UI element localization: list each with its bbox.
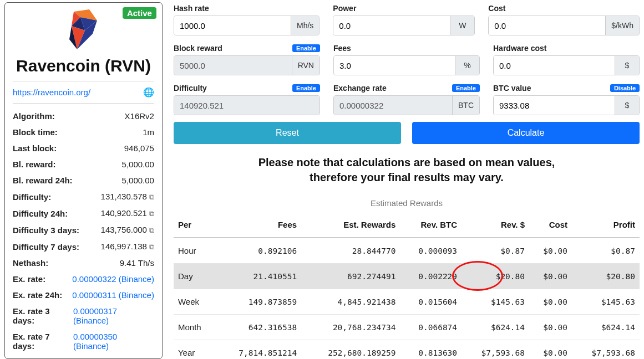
- field-hash-rate: Hash rateMh/s: [174, 2, 320, 40]
- cell: $0.00: [529, 264, 572, 289]
- unit-label: $: [615, 56, 639, 75]
- cell: $145.63: [462, 289, 529, 315]
- toggle-block-reward[interactable]: Enable: [292, 44, 320, 52]
- globe-icon[interactable]: 🌐: [143, 87, 154, 98]
- field-cost: Cost$/kWh: [488, 2, 640, 40]
- field-block-reward: Block rewardEnableRVN: [174, 42, 320, 80]
- hash-rate-input[interactable]: [174, 16, 291, 35]
- stat-value: 143,756.000⧉: [101, 225, 154, 235]
- stat-line: Ex. rate:0.00000322 (Binance): [13, 271, 154, 287]
- col-header: Rev. $: [462, 212, 529, 238]
- stat-value: 131,430.578⧉: [101, 192, 154, 202]
- cell: $0.00: [529, 289, 572, 315]
- power-input[interactable]: [333, 16, 450, 35]
- stat-value[interactable]: 0.00000322 (Binance): [72, 274, 154, 284]
- calculate-button[interactable]: Calculate: [412, 122, 640, 144]
- table-row: Month642.31653820,768.2347340.066874$624…: [174, 315, 640, 340]
- cell: 692.274491: [301, 264, 400, 289]
- col-header: Cost: [529, 212, 572, 238]
- cost-input[interactable]: [489, 16, 605, 35]
- cell: Year: [174, 340, 215, 360]
- stat-value: 946,075: [124, 143, 154, 153]
- cell: $624.14: [572, 315, 640, 340]
- unit-label: Mh/s: [291, 16, 319, 35]
- cell: 0.002229: [400, 264, 462, 289]
- stat-label: Difficulty 7 days:: [13, 242, 79, 252]
- coin-website-link[interactable]: https://ravencoin.org/: [13, 88, 90, 97]
- field-label: Cost: [488, 4, 505, 13]
- cell: $0.00: [529, 340, 572, 360]
- field-power: PowerW: [333, 2, 475, 40]
- cell: 642.316538: [215, 315, 301, 340]
- stat-line: Difficulty 7 days:146,997.138⧉: [13, 238, 154, 255]
- stat-label: Ex. rate 3 days:: [13, 306, 73, 325]
- field-label: Power: [333, 4, 356, 13]
- toggle-difficulty[interactable]: Enable: [292, 84, 320, 92]
- stat-value[interactable]: 0.00000317 (Binance): [73, 306, 154, 325]
- cell: $0.87: [462, 238, 529, 264]
- cell: Hour: [174, 238, 215, 264]
- block-reward-input: [174, 56, 292, 75]
- cell: 0.015604: [400, 289, 462, 315]
- calc-note: Please note that calculations are based …: [174, 155, 640, 185]
- stat-value[interactable]: 0.00000311 (Binance): [72, 290, 154, 300]
- stat-label: Block time:: [13, 127, 58, 137]
- cell: $20.80: [462, 264, 529, 289]
- stat-value: 146,997.138⧉: [101, 242, 154, 252]
- toggle-btc-value[interactable]: Disable: [610, 84, 640, 92]
- stat-label: Difficulty 24h:: [13, 209, 68, 218]
- cell: 252,680.189259: [301, 340, 400, 360]
- rewards-table: PerFeesEst. RewardsRev. BTCRev. $CostPro…: [174, 212, 640, 359]
- stat-label: Bl. reward 24h:: [13, 176, 73, 185]
- stat-label: Last block:: [13, 143, 57, 153]
- table-row: Day21.410551692.2744910.002229$20.80$0.0…: [174, 264, 640, 289]
- stat-line: Bl. reward:5,000.00: [13, 156, 154, 172]
- stat-value: X16Rv2: [125, 111, 154, 121]
- stat-value[interactable]: 0.00000350 (Binance): [73, 332, 154, 351]
- field-fees: Fees%: [333, 42, 480, 80]
- stat-line: Block time:1m: [13, 124, 154, 140]
- cell: $0.87: [572, 238, 640, 264]
- exchange-input: [334, 96, 452, 115]
- copy-icon[interactable]: ⧉: [149, 193, 154, 201]
- field-label: Hash rate: [174, 4, 209, 13]
- toggle-exchange[interactable]: Enable: [452, 84, 480, 92]
- stat-line: Last block:946,075: [13, 140, 154, 156]
- cell: 0.066874: [400, 315, 462, 340]
- stat-value: 1m: [143, 127, 154, 137]
- cell: 149.873859: [215, 289, 301, 315]
- cell: $7,593.68: [462, 340, 529, 360]
- hardware-input[interactable]: [494, 56, 615, 75]
- reset-button[interactable]: Reset: [174, 122, 401, 144]
- field-label: Exchange rate: [333, 84, 387, 93]
- stat-label: Difficulty 3 days:: [13, 225, 79, 235]
- cell: 0.892106: [215, 238, 301, 264]
- stat-line: Difficulty 3 days:143,756.000⧉: [13, 222, 154, 238]
- col-header: Rev. BTC: [400, 212, 462, 238]
- stat-line: Bl. reward 24h:5,000.00: [13, 172, 154, 188]
- stat-line: Ex. rate 24h:0.00000311 (Binance): [13, 287, 154, 303]
- field-hardware: Hardware cost$: [493, 42, 640, 80]
- cell: $20.80: [572, 264, 640, 289]
- coin-title: Ravencoin (RVN): [13, 57, 154, 75]
- col-header: Profit: [572, 212, 640, 238]
- stat-label: Ex. rate:: [13, 274, 45, 284]
- cell: Day: [174, 264, 215, 289]
- cell: $145.63: [572, 289, 640, 315]
- unit-label: BTC: [452, 96, 479, 115]
- copy-icon[interactable]: ⧉: [149, 209, 154, 218]
- stat-line: Algorithm:X16Rv2: [13, 108, 154, 124]
- stat-line: Difficulty 24h:140,920.521⧉: [13, 205, 154, 222]
- stat-value: 5,000.00: [122, 176, 154, 185]
- stat-label: Difficulty:: [13, 192, 51, 202]
- field-label: Block reward: [174, 44, 222, 53]
- fees-input[interactable]: [334, 56, 455, 75]
- cell: 21.410551: [215, 264, 301, 289]
- copy-icon[interactable]: ⧉: [149, 243, 154, 251]
- field-difficulty: DifficultyEnable: [174, 82, 320, 120]
- field-label: Difficulty: [174, 84, 207, 93]
- stat-line: Nethash:9.41 Th/s: [13, 255, 154, 271]
- btc-value-input[interactable]: [494, 96, 615, 115]
- difficulty-input: [174, 96, 320, 115]
- copy-icon[interactable]: ⧉: [149, 226, 154, 234]
